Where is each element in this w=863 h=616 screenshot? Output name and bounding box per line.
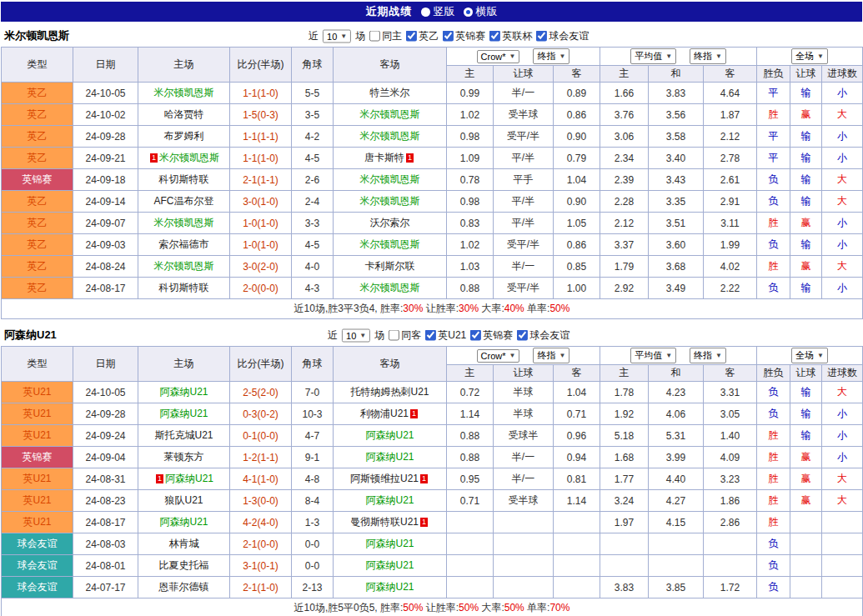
home-team-cell[interactable]: 米尔顿凯恩斯 (138, 83, 230, 104)
filter-same-venue[interactable]: 同主 (369, 29, 402, 43)
home-team-cell[interactable]: 阿森纳U21 (138, 403, 230, 425)
score-cell[interactable]: 3-0(1-0) (230, 191, 292, 213)
away-team-cell[interactable]: 卡利斯尔联 (334, 256, 447, 278)
away-team-cell[interactable]: 沃尔索尔 (334, 213, 447, 234)
filter-league[interactable]: 英锦赛 (443, 29, 485, 43)
away-team-cell[interactable]: 阿森纳U21 (334, 490, 447, 512)
away-team-cell[interactable]: 阿森纳U21 (334, 577, 447, 598)
score-cell[interactable]: 1-0(1-0) (230, 213, 292, 234)
bookmaker-dropdown[interactable]: Crow*▼ (477, 50, 520, 63)
home-team-cell[interactable]: 林肯城 (138, 533, 230, 555)
team-name-title: 阿森纳U21 (4, 328, 57, 343)
match-count-dropdown[interactable]: 10▼ (342, 328, 370, 342)
average-dropdown[interactable]: 平均值▼ (630, 48, 676, 64)
layout-radio-vertical[interactable]: 竖版 (421, 4, 455, 19)
filter-league-checkbox[interactable] (406, 31, 417, 42)
match-count-dropdown[interactable]: 10▼ (323, 29, 351, 43)
score-cell[interactable]: 1-0(1-0) (230, 234, 292, 256)
score-cell[interactable]: 2-1(1-1) (230, 169, 292, 191)
avg-odds-cell: 4.23 (649, 382, 704, 403)
final-odds-dropdown[interactable]: 终指▼ (533, 348, 569, 363)
home-team-cell[interactable]: 阿森纳U21 (138, 512, 230, 533)
filter-league[interactable]: 英乙 (406, 29, 439, 43)
away-team-cell[interactable]: 米尔顿凯恩斯 (334, 126, 447, 148)
fulltime-dropdown[interactable]: 全场▼ (791, 348, 828, 363)
home-team-cell[interactable]: 1米尔顿凯恩斯 (138, 148, 230, 169)
score-cell[interactable]: 1-1(1-0) (230, 148, 292, 169)
home-team-cell[interactable]: 1阿森纳U21 (138, 468, 230, 490)
home-team-cell[interactable]: 哈洛贾特 (138, 104, 230, 126)
home-team-cell[interactable]: 莱顿东方 (138, 447, 230, 468)
score-cell[interactable]: 2-1(0-0) (230, 533, 292, 555)
filter-league-checkbox[interactable] (425, 330, 436, 341)
away-team-cell[interactable]: 阿斯顿维拉U211 (334, 468, 447, 490)
filter-league[interactable]: 英U21 (425, 328, 466, 343)
final-odds-dropdown[interactable]: 终指▼ (690, 48, 726, 64)
away-team-cell[interactable]: 米尔顿凯恩斯 (334, 104, 447, 126)
fulltime-dropdown[interactable]: 全场▼ (791, 48, 828, 64)
score-cell[interactable]: 1-1(1-1) (230, 126, 292, 148)
filter-league[interactable]: 球会友谊 (517, 328, 569, 343)
away-team-cell[interactable]: 托特纳姆热刺U21 (334, 382, 447, 403)
home-team-cell[interactable]: 索尔福德市 (138, 234, 230, 256)
average-dropdown[interactable]: 平均值▼ (630, 348, 676, 363)
home-team-cell[interactable]: 恩菲尔德镇 (138, 577, 230, 598)
score-cell[interactable]: 2-0(0-0) (230, 278, 292, 299)
away-team-cell[interactable]: 阿森纳U21 (334, 447, 447, 468)
filter-same-venue-checkbox[interactable] (369, 31, 380, 42)
home-team-cell[interactable]: AFC温布尔登 (138, 191, 230, 213)
home-team-cell[interactable]: 比夏史托福 (138, 555, 230, 577)
score-cell[interactable]: 3-1(0-1) (230, 555, 292, 577)
away-team-cell[interactable]: 米尔顿凯恩斯 (334, 234, 447, 256)
score-cell[interactable]: 2-1(1-0) (230, 577, 292, 598)
final-odds-dropdown[interactable]: 终指▼ (690, 348, 726, 363)
away-team-cell[interactable]: 米尔顿凯恩斯 (334, 169, 447, 191)
away-team-cell[interactable]: 特兰米尔 (334, 83, 447, 104)
away-team-cell[interactable]: 米尔顿凯恩斯 (334, 191, 447, 213)
filter-league-checkbox[interactable] (443, 31, 454, 42)
score-cell[interactable]: 4-2(4-0) (230, 512, 292, 533)
filter-same-venue-checkbox[interactable] (389, 330, 399, 341)
filter-league[interactable]: 英联杯 (489, 29, 532, 43)
radio-icon[interactable] (464, 8, 473, 17)
away-team-cell[interactable]: 利物浦U211 (334, 403, 447, 425)
away-team-cell[interactable]: 阿森纳U21 (334, 555, 447, 577)
score-cell[interactable]: 0-1(0-0) (230, 425, 292, 447)
bookmaker-dropdown[interactable]: Crow*▼ (477, 349, 520, 363)
score-cell[interactable]: 3-0(2-0) (230, 256, 292, 278)
filter-league-checkbox[interactable] (489, 31, 500, 42)
home-team-cell[interactable]: 科切斯特联 (138, 169, 230, 191)
home-team-cell[interactable]: 科切斯特联 (138, 278, 230, 299)
filter-league[interactable]: 球会友谊 (536, 29, 589, 43)
home-team-cell[interactable]: 布罗姆利 (138, 126, 230, 148)
filter-league-checkbox[interactable] (470, 330, 481, 341)
radio-icon[interactable] (421, 8, 430, 17)
away-team-cell[interactable]: 阿森纳U21 (334, 425, 447, 447)
radio-horizontal-label[interactable]: 横版 (476, 4, 498, 19)
filter-league[interactable]: 英锦赛 (470, 328, 513, 343)
filter-league-checkbox[interactable] (517, 330, 528, 341)
score-cell[interactable]: 2-5(2-0) (230, 382, 292, 403)
radio-vertical-label[interactable]: 竖版 (434, 4, 455, 19)
away-team-cell[interactable]: 唐卡斯特1 (334, 148, 447, 169)
score-cell[interactable]: 1-2(1-1) (230, 447, 292, 468)
match-row: 球会友谊24-07-17恩菲尔德镇2-1(1-0)2-13阿森纳U213.833… (2, 577, 863, 598)
home-team-cell[interactable]: 阿森纳U21 (138, 382, 230, 403)
score-cell[interactable]: 1-1(1-0) (230, 83, 292, 104)
away-team-cell[interactable]: 阿森纳U21 (334, 533, 447, 555)
away-team-cell[interactable]: 米尔顿凯恩斯 (334, 278, 447, 299)
filter-same-venue[interactable]: 同客 (389, 328, 421, 343)
away-team-cell[interactable]: 曼彻斯特联U211 (334, 512, 447, 533)
score-cell[interactable]: 0-3(0-2) (230, 403, 292, 425)
home-team-cell[interactable]: 米尔顿凯恩斯 (138, 256, 230, 278)
final-odds-dropdown[interactable]: 终指▼ (533, 48, 569, 64)
home-team-cell[interactable]: 米尔顿凯恩斯 (138, 213, 230, 234)
home-team-cell[interactable]: 狼队U21 (138, 490, 230, 512)
avg-odds-cell: 3.85 (649, 577, 704, 598)
home-team-cell[interactable]: 斯托克城U21 (138, 425, 230, 447)
score-cell[interactable]: 4-1(1-0) (230, 468, 292, 490)
score-cell[interactable]: 1-3(0-0) (230, 490, 292, 512)
filter-league-checkbox[interactable] (536, 31, 547, 42)
score-cell[interactable]: 1-5(0-3) (230, 104, 292, 126)
layout-radio-horizontal[interactable]: 横版 (464, 4, 498, 19)
